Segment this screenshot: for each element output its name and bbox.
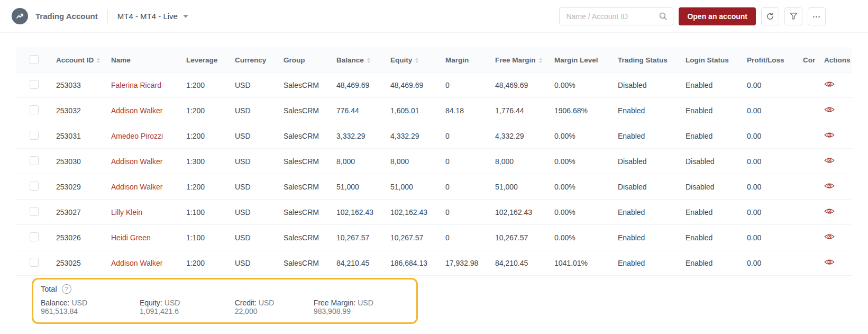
cell-actions — [824, 174, 852, 200]
cell-currency: USD — [235, 73, 284, 98]
column-header-profit-loss: Profit/Loss — [747, 48, 803, 73]
cell-leverage: 1:200 — [186, 250, 235, 276]
cell-leverage: 1:200 — [186, 73, 235, 98]
cell-group: SalesCRM — [284, 225, 336, 250]
cell-balance: 8,000 — [336, 149, 390, 174]
cell-equity: 10,267.57 — [390, 225, 445, 250]
cell-leverage: 1:300 — [186, 149, 235, 174]
cell-account-id: 253027 — [56, 200, 111, 225]
page-title: Trading Account — [35, 12, 98, 21]
cell-free-margin: 51,000 — [495, 174, 554, 200]
table-row: 253027Lilly Klein1:100USDSalesCRM102,162… — [16, 200, 852, 225]
cell-free-margin: 84,210.45 — [495, 250, 554, 276]
column-label: Leverage — [186, 56, 217, 64]
total-credit: Credit:USD 22,000 — [235, 299, 295, 315]
server-selector-label: MT4 - MT4 - Live — [117, 12, 178, 21]
row-checkbox[interactable] — [30, 258, 39, 267]
view-account-button[interactable] — [824, 80, 835, 88]
cell-account-id: 253029 — [56, 174, 111, 200]
account-name-link[interactable]: Lilly Klein — [111, 208, 142, 216]
row-checkbox[interactable] — [30, 156, 39, 165]
cell-actions — [824, 149, 852, 174]
select-all-checkbox[interactable] — [30, 55, 39, 64]
app-logo — [12, 8, 28, 24]
column-header-free-margin[interactable]: Free Margin — [495, 48, 554, 73]
cell-select — [16, 123, 56, 149]
cell-account-id: 253032 — [56, 98, 111, 123]
account-name-link[interactable]: Heidi Green — [111, 233, 151, 242]
cell-free-margin: 4,332.29 — [495, 123, 554, 149]
column-label: Margin Level — [554, 56, 598, 64]
cell-equity: 102,162.43 — [390, 200, 445, 225]
refresh-button[interactable] — [761, 7, 779, 25]
column-label: Equity — [390, 56, 412, 64]
filter-button[interactable] — [784, 7, 802, 25]
cell-margin-level: 0.00% — [554, 123, 618, 149]
cell-margin: 0 — [445, 123, 495, 149]
cell-trading-status: Enabled — [618, 200, 686, 225]
cell-margin: 0 — [445, 174, 495, 200]
row-checkbox[interactable] — [30, 207, 39, 216]
cell-select — [16, 250, 56, 276]
cell-login-status: Enabled — [686, 123, 747, 149]
cell-margin-level: 0.00% — [554, 174, 618, 200]
total-balance: Balance:USD 961,513.84 — [41, 299, 121, 315]
account-name-link[interactable]: Addison Walker — [111, 259, 163, 267]
cell-trading-status: Disabled — [618, 174, 686, 200]
cell-currency: USD — [235, 250, 284, 276]
eye-icon — [824, 106, 835, 113]
account-name-link[interactable]: Addison Walker — [111, 106, 163, 115]
cell-leverage: 1:100 — [186, 225, 235, 250]
cell-currency: USD — [235, 200, 284, 225]
account-name-link[interactable]: Addison Walker — [111, 183, 163, 191]
column-header-equity[interactable]: Equity — [390, 48, 445, 73]
row-checkbox[interactable] — [30, 232, 39, 241]
column-header-login-status: Login Status — [686, 48, 747, 73]
view-account-button[interactable] — [824, 182, 835, 189]
cell-free-margin: 102,162.43 — [495, 200, 554, 225]
totals-title: Total — [41, 285, 57, 293]
cell-margin: 17,932.98 — [445, 250, 495, 276]
row-checkbox[interactable] — [30, 105, 39, 114]
cell-select — [16, 225, 56, 250]
column-header-select — [16, 48, 56, 73]
eye-icon — [824, 233, 835, 240]
column-header-trading-status: Trading Status — [618, 48, 686, 73]
topbar-actions: Open an account ... — [559, 7, 826, 25]
totals-stats: Balance:USD 961,513.84 Equity:USD 1,091,… — [41, 299, 406, 315]
cell-group: SalesCRM — [284, 123, 336, 149]
account-name-link[interactable]: Addison Walker — [111, 157, 163, 166]
table-row: 253026Heidi Green1:100USDSalesCRM10,267.… — [16, 225, 852, 250]
column-header-account-id[interactable]: Account ID — [56, 48, 111, 73]
cell-name: Addison Walker — [111, 174, 186, 200]
column-header-group: Group — [284, 48, 336, 73]
view-account-button[interactable] — [824, 131, 835, 139]
server-selector[interactable]: MT4 - MT4 - Live — [117, 12, 188, 21]
eye-icon — [824, 258, 835, 266]
account-name-link[interactable]: Falerina Ricard — [111, 81, 161, 89]
view-account-button[interactable] — [824, 207, 835, 215]
cell-account-id: 253025 — [56, 250, 111, 276]
cell-currency: USD — [235, 174, 284, 200]
cell-margin: 84.18 — [445, 98, 495, 123]
row-checkbox[interactable] — [30, 80, 39, 89]
search-input[interactable] — [566, 12, 659, 21]
cell-name: Addison Walker — [111, 149, 186, 174]
help-icon[interactable]: ? — [62, 284, 71, 294]
row-checkbox[interactable] — [30, 182, 39, 191]
view-account-button[interactable] — [824, 233, 835, 240]
column-header-balance[interactable]: Balance — [336, 48, 390, 73]
cell-actions — [824, 98, 852, 123]
row-checkbox[interactable] — [30, 131, 39, 140]
cell-cor — [803, 98, 824, 123]
view-account-button[interactable] — [824, 157, 835, 164]
cell-leverage: 1:100 — [186, 200, 235, 225]
cell-currency: USD — [235, 149, 284, 174]
view-account-button[interactable] — [824, 106, 835, 113]
account-name-link[interactable]: Amedeo Pirozzi — [111, 132, 163, 140]
more-button[interactable]: ... — [808, 7, 826, 25]
view-account-button[interactable] — [824, 258, 835, 266]
open-account-button[interactable]: Open an account — [679, 7, 756, 25]
column-label: Trading Status — [618, 56, 668, 64]
cell-free-margin: 8,000 — [495, 149, 554, 174]
